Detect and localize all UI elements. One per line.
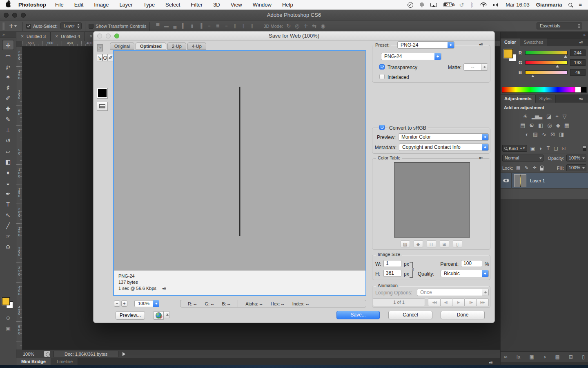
delete-layer-icon[interactable]: ▯ (582, 354, 585, 360)
channel-value[interactable]: 193 (570, 59, 586, 66)
transparency-checkbox[interactable] (379, 64, 385, 70)
cancel-button[interactable]: Cancel (388, 311, 432, 319)
channel-slider[interactable] (525, 51, 568, 55)
distribute-left-edges-icon[interactable]: ∥ (232, 23, 238, 29)
type-layer-filter-icon[interactable]: T (545, 146, 552, 151)
eyedropper-tool[interactable]: ✐ (2, 93, 14, 103)
user-menu[interactable]: Gianmaria (536, 2, 562, 8)
workspace-dropdown[interactable]: Essentials (537, 22, 582, 29)
exposure-icon[interactable]: ± (555, 113, 557, 119)
menu-item[interactable]: 3D (213, 2, 220, 8)
align-vertical-centers-icon[interactable]: ▬ (163, 23, 169, 29)
menu-item[interactable]: Help (282, 2, 293, 8)
new-adjustment-layer-icon[interactable]: ◑ (543, 354, 546, 360)
new-color-icon[interactable]: ⊞ (440, 240, 449, 247)
done-button[interactable]: Done (441, 311, 485, 319)
layer-thumbnail[interactable] (514, 174, 526, 187)
tab-swatches[interactable]: Swatches (520, 38, 548, 46)
zoom-stepper[interactable] (153, 300, 159, 307)
color-panel-menu-icon[interactable] (579, 40, 586, 45)
bluetooth-icon[interactable]: ᛒ (470, 2, 474, 7)
pen-tool[interactable]: ✒ (2, 188, 14, 199)
delete-color-icon[interactable]: ▯ (453, 240, 462, 247)
browser-select-stepper[interactable] (164, 311, 170, 318)
layer-row[interactable]: Layer 1 (501, 173, 588, 188)
magic-wand-tool[interactable]: ✶ (2, 72, 14, 82)
align-top-edges-icon[interactable]: ▀ (155, 23, 160, 29)
layer-filter-kind-dropdown[interactable]: Kind▲▼ (502, 145, 527, 152)
convert-srgb-checkbox[interactable] (379, 125, 385, 130)
history-brush-tool[interactable]: ↺ (2, 135, 14, 146)
channel-value[interactable]: 244 (570, 49, 586, 56)
align-right-edges-icon[interactable]: ▐ (198, 23, 203, 29)
filter-toggle-icon[interactable] (583, 145, 586, 151)
tab-timeline[interactable]: Timeline (51, 358, 78, 365)
document-size-readout[interactable]: Doc: 1,06K/361 bytes (53, 351, 118, 357)
auto-select-checkbox[interactable] (26, 24, 31, 29)
menu-item[interactable]: Select (165, 2, 180, 8)
brightness-contrast-icon[interactable]: ☀ (523, 113, 527, 119)
interlaced-checkbox[interactable] (379, 74, 385, 79)
menu-clock[interactable]: Mar 16:03 (506, 2, 530, 8)
notification-center-icon[interactable]: ≡ (579, 2, 582, 8)
blend-mode-dropdown[interactable]: Normal (502, 155, 543, 162)
black-swatch[interactable] (581, 87, 586, 92)
tool-preset-arrow-icon[interactable] (14, 25, 17, 28)
pixel-layer-filter-icon[interactable]: ▣ (529, 146, 536, 151)
preset-menu-icon[interactable] (479, 42, 486, 47)
new-group-icon[interactable]: ▤ (555, 354, 559, 360)
align-horizontal-centers-icon[interactable]: ▮ (189, 23, 195, 29)
download-rate-menu-icon[interactable] (162, 285, 169, 290)
metadata-dropdown[interactable]: Copyright and Contact Info (399, 144, 489, 151)
looping-options-dropdown[interactable]: Once (417, 289, 489, 296)
eraser-tool[interactable]: ▱ (2, 146, 14, 157)
close-tab-icon[interactable] (21, 34, 24, 39)
tab-color[interactable]: Color (501, 38, 520, 46)
check-circle-icon[interactable] (408, 2, 413, 8)
marquee-tool[interactable]: ▭ (2, 50, 14, 61)
save-button[interactable]: Save... (336, 311, 380, 319)
channel-mixer-icon[interactable]: ◆ (556, 122, 559, 128)
screen-mode-icon[interactable]: ▣ (0, 325, 16, 332)
slider-thumb-icon[interactable] (564, 54, 567, 58)
eyedropper-color-swatch[interactable] (97, 88, 108, 99)
brush-tool[interactable]: ✎ (2, 114, 14, 125)
lock-color-icon[interactable]: ⊓ (427, 240, 436, 247)
distribute-top-edges-icon[interactable]: ≡ (206, 23, 212, 29)
tab-mini-bridge[interactable]: Mini Bridge (16, 358, 51, 365)
foreground-color-swatch[interactable] (2, 297, 10, 305)
align-bottom-edges-icon[interactable]: ▄ (172, 23, 178, 29)
3d-scale-icon[interactable]: ◉ (321, 23, 325, 29)
distribute-bottom-edges-icon[interactable]: ≡ (223, 23, 229, 29)
posterize-icon[interactable]: ▨ (533, 131, 537, 137)
threshold-icon[interactable]: ∿ (542, 131, 546, 137)
slider-thumb-icon[interactable] (556, 63, 559, 67)
gradient-map-icon[interactable]: ◨ (559, 131, 563, 137)
lock-pixels-icon[interactable]: ✎ (523, 165, 529, 171)
color-table-swatch-area[interactable] (394, 162, 470, 238)
link-dimensions-icon[interactable]: ∞ (411, 268, 415, 271)
vibrance-icon[interactable]: ▽ (563, 113, 566, 119)
opacity-dropdown[interactable]: 100% (566, 155, 586, 162)
menu-item[interactable]: Image (94, 2, 109, 8)
quality-dropdown[interactable]: Bicubic (441, 270, 489, 277)
healing-brush-tool[interactable]: ✚ (2, 103, 14, 114)
photo-filter-icon[interactable]: ◎ (547, 122, 551, 128)
menu-item[interactable]: Edit (74, 2, 83, 8)
zoom-tool[interactable]: ⊙ (2, 242, 14, 252)
next-frame-button[interactable]: ❘▶ (464, 298, 477, 306)
airplay-display-icon[interactable] (430, 3, 437, 7)
new-layer-icon[interactable]: ⊞ (569, 354, 573, 360)
last-frame-button[interactable]: ▶▶ (476, 298, 489, 306)
type-tool[interactable]: T (2, 199, 14, 210)
channel-slider[interactable] (525, 61, 568, 65)
status-zoom-level[interactable]: 100% (23, 352, 41, 357)
collapse-panels-icon[interactable]: » (583, 33, 586, 37)
3d-roll-icon[interactable]: ◎ (295, 23, 299, 29)
smart-object-filter-icon[interactable]: ⊡ (560, 146, 567, 151)
adjustments-panel-menu-icon[interactable] (579, 96, 586, 101)
lasso-tool[interactable]: ℘ (2, 61, 14, 72)
hand-tool[interactable]: ☞ (2, 231, 14, 242)
browser-preview-button[interactable] (153, 311, 164, 320)
apple-menu-icon[interactable] (6, 2, 11, 7)
